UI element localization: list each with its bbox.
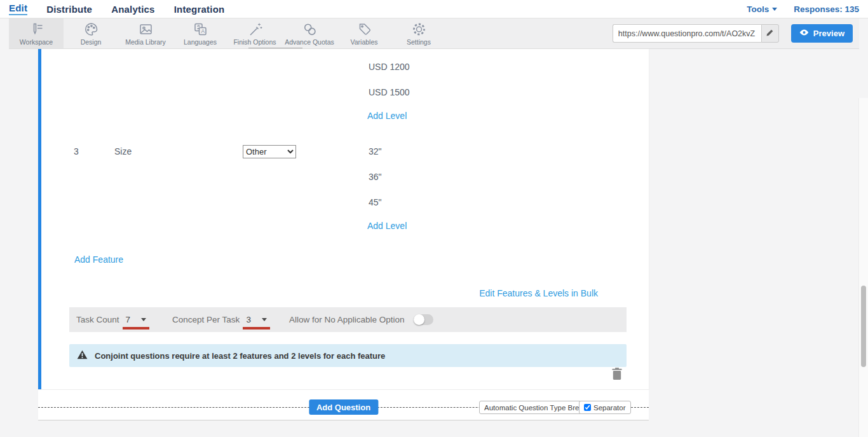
svg-text:A: A xyxy=(201,28,205,34)
tools-dropdown[interactable]: Tools xyxy=(747,4,777,14)
pencil-icon xyxy=(766,28,774,39)
separator-toggle[interactable]: Separator xyxy=(579,401,631,414)
tab-distribute[interactable]: Distribute xyxy=(46,4,92,15)
top-nav-tabs: Edit Distribute Analytics Integration xyxy=(9,3,224,15)
preview-button-label: Preview xyxy=(813,29,844,38)
toolbar-item-label: Settings xyxy=(407,38,431,46)
add-level-link[interactable]: Add Level xyxy=(367,220,407,232)
survey-url-input[interactable] xyxy=(613,24,761,43)
trash-icon xyxy=(612,371,622,382)
toolbar-item-label: Design xyxy=(81,38,102,46)
toolbar-item-languages[interactable]: A Languages xyxy=(173,18,227,48)
chevron-down-icon xyxy=(141,318,146,321)
add-question-button[interactable]: Add Question xyxy=(309,399,378,415)
preview-button[interactable]: Preview xyxy=(791,24,853,43)
editor-toolbar: Workspace Design Media Library A xyxy=(9,18,859,49)
bulk-edit-link[interactable]: Edit Features & Levels in Bulk xyxy=(479,288,598,299)
separator-checkbox[interactable] xyxy=(584,404,591,411)
feature-name[interactable]: Size xyxy=(114,146,132,157)
feature-type-select[interactable]: Other xyxy=(243,145,296,158)
toolbar-item-settings[interactable]: Settings xyxy=(391,18,446,48)
no-applicable-option-label: Allow for No Applicable Option xyxy=(289,315,405,324)
task-count-label: Task Count xyxy=(76,315,119,324)
responses-count[interactable]: Responses: 135 xyxy=(794,4,859,14)
no-applicable-option-toggle[interactable] xyxy=(414,314,433,325)
workspace-area: USD 1200 USD 1500 Add Level 3 Size Other… xyxy=(0,49,868,437)
toolbar-item-label: Advance Quotas xyxy=(285,38,334,46)
chevron-down-icon xyxy=(772,8,777,11)
chain-links-icon xyxy=(302,22,318,37)
toolbar-item-variables[interactable]: Variables xyxy=(337,18,391,48)
toolbar-item-label: Languages xyxy=(184,38,217,46)
add-level-link[interactable]: Add Level xyxy=(367,110,407,121)
delete-question-button[interactable] xyxy=(612,368,623,380)
level-value[interactable]: 36" xyxy=(369,171,382,183)
level-value[interactable]: 45" xyxy=(369,197,382,208)
concept-per-task-value: 3 xyxy=(246,315,251,324)
toolbar-item-label: Finish Options xyxy=(233,38,276,46)
tab-integration[interactable]: Integration xyxy=(174,4,225,15)
add-feature-link[interactable]: Add Feature xyxy=(74,254,123,265)
design-palette-icon xyxy=(83,22,99,37)
task-count-value: 7 xyxy=(126,315,131,324)
chevron-down-icon xyxy=(262,318,267,321)
task-count-dropdown[interactable]: 7 xyxy=(123,315,150,324)
toolbar-item-design[interactable]: Design xyxy=(64,18,118,48)
toolbar-item-label: Workspace xyxy=(20,38,53,46)
workspace-icon xyxy=(29,22,44,37)
toolbar-item-finish-options[interactable]: Finish Options xyxy=(227,18,282,48)
auto-question-type-break-button[interactable]: Automatic Question Type Break xyxy=(479,401,592,414)
concept-per-task-label: Concept Per Task xyxy=(172,315,240,324)
vertical-scrollbar-track[interactable] xyxy=(858,98,868,437)
conjoint-warning-banner: Conjoint questions require at least 2 fe… xyxy=(69,344,627,367)
finish-options-underline xyxy=(248,48,302,48)
toolbar-item-label: Media Library xyxy=(125,38,166,46)
tab-edit[interactable]: Edit xyxy=(9,3,27,15)
eye-icon xyxy=(799,29,809,38)
level-value[interactable]: USD 1500 xyxy=(369,87,410,98)
toolbar-item-media-library[interactable]: Media Library xyxy=(118,18,173,48)
toolbar-item-label: Variables xyxy=(351,38,378,46)
languages-translate-icon: A xyxy=(193,22,208,37)
tab-analytics[interactable]: Analytics xyxy=(111,4,155,15)
magic-wand-icon xyxy=(247,22,263,37)
feature-index: 3 xyxy=(74,146,79,157)
separator-label: Separator xyxy=(593,404,626,412)
vertical-scrollbar-thumb[interactable] xyxy=(861,286,866,367)
concept-per-task-dropdown[interactable]: 3 xyxy=(243,315,270,324)
toolbar-item-advance-quotas[interactable]: Advance Quotas xyxy=(282,18,337,48)
toolbar-item-workspace[interactable]: Workspace xyxy=(9,18,64,48)
media-image-icon xyxy=(138,22,154,37)
conjoint-question-card[interactable]: USD 1200 USD 1500 Add Level 3 Size Other… xyxy=(38,49,649,389)
level-value[interactable]: 32" xyxy=(369,146,382,157)
gear-icon xyxy=(411,22,427,37)
top-nav-bar: Edit Distribute Analytics Integration To… xyxy=(0,0,868,18)
level-value[interactable]: USD 1200 xyxy=(369,61,410,73)
edit-url-button[interactable] xyxy=(761,24,779,43)
warning-text: Conjoint questions require at least 2 fe… xyxy=(95,351,385,361)
toggle-knob xyxy=(414,314,424,325)
conjoint-options-bar: Task Count 7 Concept Per Task 3 Allow fo… xyxy=(69,307,627,332)
tag-icon xyxy=(356,22,372,37)
warning-icon xyxy=(77,350,88,362)
add-question-strip: Add Question Automatic Question Type Bre… xyxy=(38,389,649,420)
